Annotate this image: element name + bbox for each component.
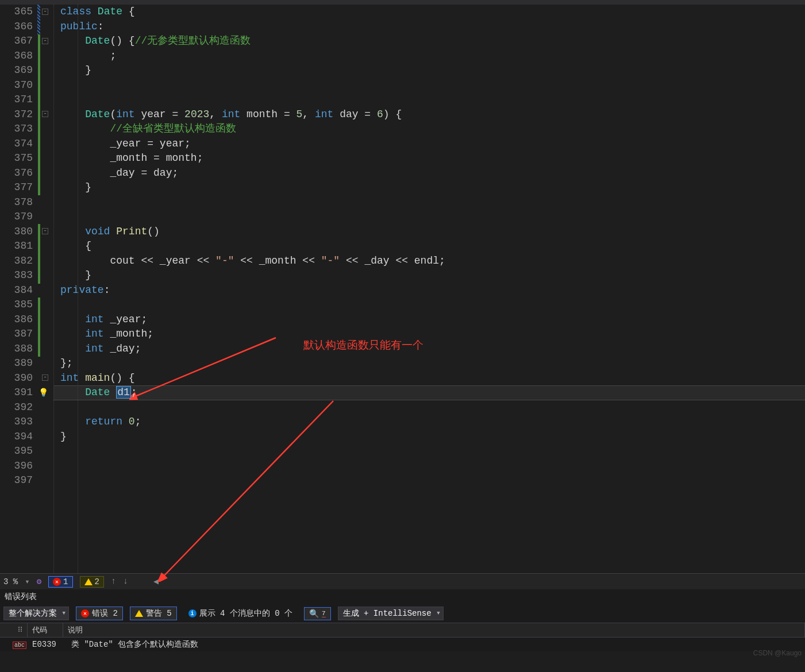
zoom-percent[interactable]: 3 %: [3, 577, 18, 586]
error-count-badge[interactable]: ✕1: [48, 576, 72, 588]
code-line[interactable]: [60, 473, 805, 488]
status-dropdown-icon[interactable]: ▾: [25, 577, 29, 586]
code-line[interactable]: public:: [60, 20, 805, 34]
code-line[interactable]: };: [60, 356, 805, 371]
error-panel-toolbar: 整个解决方案 ✕错误 2 警告 5 i展示 4 个消息中的 0 个 🔍7 生成 …: [0, 604, 805, 623]
th-icon[interactable]: ⁝⁝: [0, 623, 28, 637]
code-line[interactable]: Date() {//无参类型默认构造函数: [60, 34, 805, 49]
code-area[interactable]: class Date { public: Date() {//无参类型默认构造函…: [53, 5, 805, 573]
fold-toggle[interactable]: -: [42, 9, 48, 15]
lightbulb-icon[interactable]: 💡: [38, 388, 48, 397]
code-line[interactable]: private:: [60, 283, 805, 298]
fold-toggle[interactable]: -: [42, 38, 48, 44]
code-line[interactable]: [60, 298, 805, 312]
code-line[interactable]: cout << _year << "-" << _month << "-" <<…: [60, 254, 805, 269]
nav-up-icon[interactable]: ↑: [111, 577, 116, 586]
scroll-left-icon[interactable]: ◀: [153, 576, 159, 587]
error-row[interactable]: abc E0339 类 "Date" 包含多个默认构造函数: [0, 638, 805, 651]
code-line[interactable]: [60, 78, 805, 93]
build-intellisense-combo[interactable]: 生成 + IntelliSense: [338, 607, 444, 620]
annotation-label: 默认构造函数只能有一个: [303, 338, 423, 353]
code-line[interactable]: int main() {: [60, 371, 805, 386]
code-line[interactable]: return 0;: [60, 415, 805, 430]
error-panel-title: 错误列表: [0, 589, 805, 604]
warnings-filter-button[interactable]: 警告 5: [130, 607, 177, 620]
error-icon: ✕: [53, 578, 61, 586]
code-line[interactable]: [60, 92, 805, 107]
selection-d1[interactable]: d1: [116, 386, 131, 399]
warning-icon: [84, 578, 93, 585]
th-description[interactable]: 说明: [63, 623, 805, 637]
info-filter-button[interactable]: i展示 4 个消息中的 0 个: [184, 607, 297, 620]
code-line[interactable]: }: [60, 268, 805, 283]
status-strip: 3 % ▾ ⚙ ✕1 2 ↑ ↓ ◀: [0, 573, 805, 589]
abc-icon: abc: [13, 642, 26, 649]
fold-toggle[interactable]: -: [42, 228, 48, 234]
code-line[interactable]: {: [60, 239, 805, 254]
errors-filter-button[interactable]: ✕错误 2: [76, 607, 123, 620]
code-line[interactable]: _day = day;: [60, 166, 805, 181]
warning-count-badge[interactable]: 2: [80, 576, 104, 588]
code-line[interactable]: class Date {: [60, 5, 805, 20]
code-line[interactable]: int _month;: [60, 327, 805, 342]
code-line-current[interactable]: Date d1;: [60, 385, 805, 400]
watermark: CSDN @Kaugo: [753, 649, 802, 657]
fold-toggle[interactable]: -: [42, 111, 48, 117]
code-line[interactable]: }: [60, 63, 805, 78]
scope-combo[interactable]: 整个解决方案: [3, 607, 69, 620]
code-folding-column[interactable]: - - - - -: [41, 5, 53, 573]
code-line[interactable]: [60, 459, 805, 474]
code-line[interactable]: //全缺省类型默认构造函数: [60, 122, 805, 137]
line-number-gutter: 3653663673683693703713723733743753763773…: [0, 5, 37, 573]
error-list-panel: 错误列表 整个解决方案 ✕错误 2 警告 5 i展示 4 个消息中的 0 个 🔍…: [0, 589, 805, 651]
fold-toggle[interactable]: -: [42, 374, 48, 381]
code-line[interactable]: _month = month;: [60, 151, 805, 166]
code-line[interactable]: void Print(): [60, 225, 805, 240]
th-code[interactable]: 代码: [28, 623, 63, 637]
code-line[interactable]: _year = year;: [60, 137, 805, 152]
code-line[interactable]: [60, 444, 805, 459]
code-line[interactable]: [60, 210, 805, 225]
error-code: E0339: [32, 640, 66, 649]
code-line[interactable]: ;: [60, 49, 805, 64]
code-line[interactable]: Date(int year = 2023, int month = 5, int…: [60, 107, 805, 122]
error-description: 类 "Date" 包含多个默认构造函数: [71, 639, 198, 650]
code-line[interactable]: int _day;: [60, 342, 805, 357]
code-line[interactable]: [60, 400, 805, 415]
code-line[interactable]: }: [60, 180, 805, 195]
code-line[interactable]: [60, 195, 805, 210]
tab-bar: [0, 0, 805, 5]
error-table-header: ⁝⁝ 代码 说明: [0, 623, 805, 638]
code-line[interactable]: }: [60, 430, 805, 445]
code-editor[interactable]: 3653663673683693703713723733743753763773…: [0, 5, 805, 573]
gear-icon[interactable]: ⚙: [37, 577, 41, 586]
nav-down-icon[interactable]: ↓: [123, 577, 128, 586]
code-line[interactable]: int _year;: [60, 312, 805, 327]
filter-icon-button[interactable]: 🔍7: [304, 607, 331, 620]
